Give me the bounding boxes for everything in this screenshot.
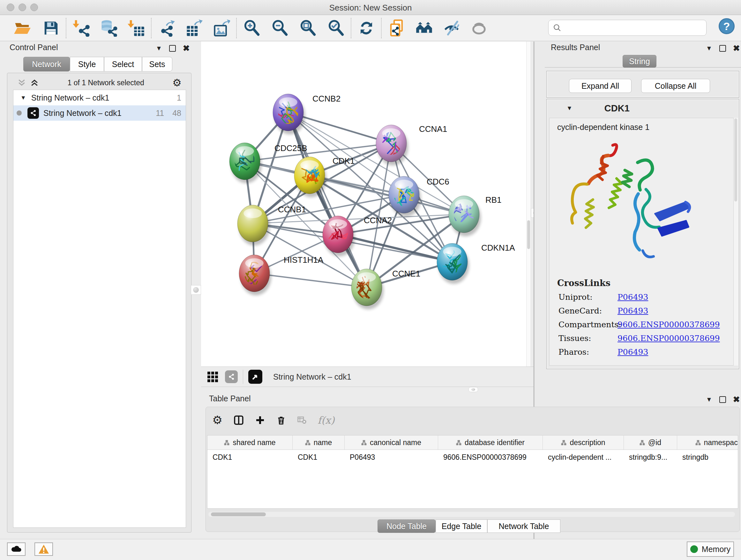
svg-text:RB1: RB1 xyxy=(485,195,502,205)
panel-menu-icon[interactable]: ▼ xyxy=(156,45,162,52)
expand-all-icon[interactable] xyxy=(30,78,39,87)
tab-select[interactable]: Select xyxy=(104,57,142,71)
expand-all-button[interactable]: Expand All xyxy=(569,79,631,93)
delete-column-icon[interactable] xyxy=(276,415,286,425)
search-field[interactable] xyxy=(548,20,706,36)
left-splitter-handle[interactable] xyxy=(191,285,201,295)
collapse-all-icon[interactable] xyxy=(17,78,26,87)
open-session-icon[interactable] xyxy=(13,18,32,38)
table-cell[interactable]: cyclin-dependent ... xyxy=(543,450,624,464)
crosslink-row: Compartments:9606.ENSP00000378699 xyxy=(558,320,736,329)
crosslink-link[interactable]: 9606.ENSP00000378699 xyxy=(617,334,720,343)
duplicate-network-icon[interactable] xyxy=(387,18,406,38)
network-label: String Network – cdk1 xyxy=(44,109,122,118)
bottom-splitter-handle[interactable] xyxy=(468,387,478,392)
column-header--id[interactable]: @id xyxy=(624,435,677,449)
control-panel-tabs: Network Style Select Sets xyxy=(23,57,172,71)
tab-string-results[interactable]: String xyxy=(623,55,657,68)
network-options-gear-icon[interactable]: ⚙ xyxy=(172,77,182,89)
zoom-in-icon[interactable] xyxy=(242,18,261,38)
close-panel-icon[interactable]: ✖ xyxy=(733,395,740,405)
export-table-icon[interactable] xyxy=(185,18,204,38)
control-panel-title: Control Panel xyxy=(10,43,58,52)
close-panel-icon[interactable]: ✖ xyxy=(733,44,740,53)
node-table-body[interactable]: CDK1CDK1P064939606.ENSP00000378699cyclin… xyxy=(207,450,738,464)
collapse-triangle-icon[interactable]: ▼ xyxy=(20,95,26,101)
column-header-name[interactable]: name xyxy=(293,435,345,449)
graph-node-HIST1H1A: HIST1H1A xyxy=(239,253,324,295)
table-cell[interactable]: CDK1 xyxy=(207,450,293,464)
panel-menu-icon[interactable]: ▼ xyxy=(706,45,712,52)
tab-style[interactable]: Style xyxy=(70,57,104,71)
memory-button[interactable]: Memory xyxy=(687,542,734,557)
canvas-vscrollbar[interactable] xyxy=(526,42,530,367)
cloud-button[interactable] xyxy=(7,543,25,556)
zoom-out-icon[interactable] xyxy=(270,18,289,38)
column-header-description[interactable]: description xyxy=(543,435,624,449)
export-image-icon[interactable] xyxy=(212,18,231,38)
column-header-database-identifier[interactable]: database identifier xyxy=(438,435,543,449)
save-session-icon[interactable] xyxy=(42,18,61,38)
warnings-button[interactable] xyxy=(35,543,53,556)
network-view-canvas[interactable]: CCNB2CCNA1CDC25BCDK1CDC6RB1CCNB1CCNA2CDK… xyxy=(201,42,530,367)
network-badge-icon[interactable] xyxy=(225,370,238,383)
crosslink-link[interactable]: P06493 xyxy=(617,306,648,315)
table-panel-controls: ▼ ✖ xyxy=(706,395,740,405)
collapse-section-icon[interactable]: ▼ xyxy=(566,105,572,112)
table-cell[interactable]: stringdb xyxy=(677,450,738,464)
string-home-icon[interactable] xyxy=(414,18,434,38)
import-table-icon[interactable] xyxy=(127,18,146,38)
zoom-selected-icon[interactable] xyxy=(327,18,346,38)
table-cell[interactable]: P06493 xyxy=(345,450,438,464)
help-button[interactable]: ? xyxy=(719,18,735,34)
crosslink-link[interactable]: 9606.ENSP00000378699 xyxy=(617,320,720,329)
refresh-icon[interactable] xyxy=(357,18,376,38)
float-panel-icon[interactable] xyxy=(719,45,726,52)
cytoscape-window: Session: New Session xyxy=(0,0,741,560)
search-input[interactable] xyxy=(561,23,697,33)
show-grid-icon[interactable] xyxy=(207,372,218,382)
tab-edge-table[interactable]: Edge Table xyxy=(435,519,487,533)
table-cell[interactable]: stringdb:9... xyxy=(624,450,677,464)
panel-menu-icon[interactable]: ▼ xyxy=(706,396,712,403)
close-panel-icon[interactable]: ✖ xyxy=(183,44,190,53)
table-hscrollbar[interactable] xyxy=(208,512,735,517)
add-column-icon[interactable] xyxy=(255,415,265,425)
hide-unhide-icon[interactable] xyxy=(442,18,461,38)
collapse-all-button[interactable]: Collapse All xyxy=(641,79,710,93)
import-database-icon[interactable] xyxy=(99,18,118,38)
zoom-fit-icon[interactable] xyxy=(298,18,318,38)
column-header-shared-name[interactable]: shared name xyxy=(207,435,293,449)
table-cell[interactable]: 9606.ENSP00000378699 xyxy=(438,450,543,464)
table-row[interactable]: CDK1CDK1P064939606.ENSP00000378699cyclin… xyxy=(207,450,738,464)
toolbar-separator xyxy=(236,18,237,38)
crosslink-link[interactable]: P06493 xyxy=(617,348,648,357)
table-cell[interactable]: CDK1 xyxy=(293,450,345,464)
column-header-canonical-name[interactable]: canonical name xyxy=(345,435,438,449)
network-node-count: 11 xyxy=(156,109,164,118)
string-network-graph[interactable]: CCNB2CCNA1CDC25BCDK1CDC6RB1CCNB1CCNA2CDK… xyxy=(201,42,530,367)
export-network-icon[interactable] xyxy=(157,18,176,38)
node-table-header[interactable]: shared namenamecanonical namedatabase id… xyxy=(207,435,738,450)
node-table[interactable]: shared namenamecanonical namedatabase id… xyxy=(207,435,738,509)
tab-sets[interactable]: Sets xyxy=(142,57,172,71)
import-network-icon[interactable] xyxy=(72,18,91,38)
table-panel-title: Table Panel xyxy=(209,394,251,403)
table-box: ⚙ f(x) shared namenamecanonical namedata… xyxy=(205,407,740,532)
column-header-namespace[interactable]: namespace xyxy=(677,435,738,449)
birds-eye-view-icon[interactable] xyxy=(248,370,262,384)
crosslink-link[interactable]: P06493 xyxy=(617,293,648,302)
show-columns-icon[interactable] xyxy=(233,415,244,426)
results-vscrollbar[interactable] xyxy=(733,118,738,366)
table-options-gear-icon[interactable]: ⚙ xyxy=(212,414,222,427)
tab-node-table[interactable]: Node Table xyxy=(378,519,435,533)
network-row[interactable]: String Network – cdk1 11 48 xyxy=(13,105,186,121)
toolbar-separator xyxy=(351,18,352,38)
eye-icon[interactable] xyxy=(469,18,488,38)
float-panel-icon[interactable] xyxy=(719,396,726,403)
network-collection-row[interactable]: ▼ String Network – cdk1 1 xyxy=(13,90,186,105)
graph-node-CCNB1: CCNB1 xyxy=(238,205,306,246)
tab-network[interactable]: Network xyxy=(23,57,70,71)
float-panel-icon[interactable] xyxy=(169,45,176,52)
tab-network-table[interactable]: Network Table xyxy=(487,519,560,533)
